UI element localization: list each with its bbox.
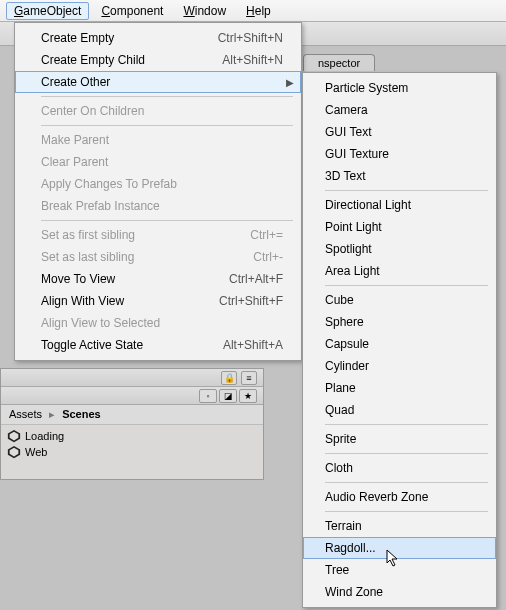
menu-item-break-prefab-instance: Break Prefab Instance bbox=[15, 195, 301, 217]
menu-item-wind-zone[interactable]: Wind Zone bbox=[303, 581, 496, 603]
menu-item-gui-text[interactable]: GUI Text bbox=[303, 121, 496, 143]
menu-item-label: Set as first sibling bbox=[41, 228, 135, 242]
menu-item-capsule[interactable]: Capsule bbox=[303, 333, 496, 355]
project-panel-toolbar: ◦ ◪ ★ bbox=[1, 387, 263, 405]
gameobject-menu: Create EmptyCtrl+Shift+NCreate Empty Chi… bbox=[14, 22, 302, 361]
project-panel: 🔒 ≡ ◦ ◪ ★ Assets ▸ Scenes Loading Web bbox=[0, 368, 264, 480]
menu-item-align-with-view[interactable]: Align With ViewCtrl+Shift+F bbox=[15, 290, 301, 312]
menu-item-label: Move To View bbox=[41, 272, 115, 286]
menu-item-ragdoll[interactable]: Ragdoll... bbox=[303, 537, 496, 559]
menu-item-label: Create Other bbox=[41, 75, 110, 89]
chevron-right-icon: ▸ bbox=[49, 408, 55, 420]
menubar-gameobject[interactable]: GameObject bbox=[6, 2, 89, 20]
menu-item-label: Align With View bbox=[41, 294, 124, 308]
menu-item-sprite[interactable]: Sprite bbox=[303, 428, 496, 450]
menu-separator bbox=[325, 190, 488, 191]
menu-item-label: Sphere bbox=[325, 315, 364, 329]
menu-item-label: Tree bbox=[325, 563, 349, 577]
menubar: GameObject Component Window Help bbox=[0, 0, 506, 22]
filter-labels-icon[interactable]: ◪ bbox=[219, 389, 237, 403]
menu-separator bbox=[325, 511, 488, 512]
menu-item-label: Create Empty bbox=[41, 31, 114, 45]
menu-item-label: Spotlight bbox=[325, 242, 372, 256]
chevron-right-icon: ▶ bbox=[286, 77, 294, 88]
menu-item-particle-system[interactable]: Particle System bbox=[303, 77, 496, 99]
menu-item-tree[interactable]: Tree bbox=[303, 559, 496, 581]
menu-item-label: Area Light bbox=[325, 264, 380, 278]
menu-item-sphere[interactable]: Sphere bbox=[303, 311, 496, 333]
menubar-component[interactable]: Component bbox=[93, 2, 171, 20]
breadcrumb-scenes[interactable]: Scenes bbox=[62, 408, 101, 420]
menu-item-label: Make Parent bbox=[41, 133, 109, 147]
menu-item-label: Cloth bbox=[325, 461, 353, 475]
project-panel-tabbar: 🔒 ≡ bbox=[1, 369, 263, 387]
menu-item-label: Wind Zone bbox=[325, 585, 383, 599]
menu-item-label: Apply Changes To Prefab bbox=[41, 177, 177, 191]
menu-item-directional-light[interactable]: Directional Light bbox=[303, 194, 496, 216]
menu-item-set-as-last-sibling: Set as last siblingCtrl+- bbox=[15, 246, 301, 268]
panel-lock-icon[interactable]: 🔒 bbox=[221, 371, 237, 385]
menu-item-area-light[interactable]: Area Light bbox=[303, 260, 496, 282]
panel-menu-icon[interactable]: ≡ bbox=[241, 371, 257, 385]
filter-all-icon[interactable]: ◦ bbox=[199, 389, 217, 403]
breadcrumb-assets[interactable]: Assets bbox=[9, 408, 42, 420]
menu-item-label: Center On Children bbox=[41, 104, 144, 118]
menu-item-plane[interactable]: Plane bbox=[303, 377, 496, 399]
menu-item-cylinder[interactable]: Cylinder bbox=[303, 355, 496, 377]
menu-separator bbox=[325, 453, 488, 454]
create-other-submenu: Particle SystemCameraGUI TextGUI Texture… bbox=[302, 72, 497, 608]
menu-item-label: Cube bbox=[325, 293, 354, 307]
menu-item-label: Set as last sibling bbox=[41, 250, 134, 264]
menu-item-cube[interactable]: Cube bbox=[303, 289, 496, 311]
menu-item-camera[interactable]: Camera bbox=[303, 99, 496, 121]
menu-item-label: Capsule bbox=[325, 337, 369, 351]
unity-scene-icon bbox=[7, 445, 21, 459]
menu-item-label: Plane bbox=[325, 381, 356, 395]
menu-item-label: Quad bbox=[325, 403, 354, 417]
menu-item-center-on-children: Center On Children bbox=[15, 100, 301, 122]
menubar-window[interactable]: Window bbox=[175, 2, 234, 20]
menu-item-shortcut: Ctrl+Alt+F bbox=[229, 272, 283, 286]
menu-item-align-view-to-selected: Align View to Selected bbox=[15, 312, 301, 334]
menu-item-3d-text[interactable]: 3D Text bbox=[303, 165, 496, 187]
asset-item-loading[interactable]: Loading bbox=[3, 428, 261, 444]
menu-separator bbox=[325, 424, 488, 425]
menu-item-spotlight[interactable]: Spotlight bbox=[303, 238, 496, 260]
menu-item-label: Break Prefab Instance bbox=[41, 199, 160, 213]
breadcrumb: Assets ▸ Scenes bbox=[1, 405, 263, 425]
menu-item-label: GUI Text bbox=[325, 125, 371, 139]
menu-item-label: Particle System bbox=[325, 81, 408, 95]
menu-item-toggle-active-state[interactable]: Toggle Active StateAlt+Shift+A bbox=[15, 334, 301, 356]
menu-item-terrain[interactable]: Terrain bbox=[303, 515, 496, 537]
menu-item-label: Directional Light bbox=[325, 198, 411, 212]
menu-item-create-empty-child[interactable]: Create Empty ChildAlt+Shift+N bbox=[15, 49, 301, 71]
menu-item-create-empty[interactable]: Create EmptyCtrl+Shift+N bbox=[15, 27, 301, 49]
menu-separator bbox=[325, 285, 488, 286]
menu-item-label: Sprite bbox=[325, 432, 356, 446]
menubar-help[interactable]: Help bbox=[238, 2, 279, 20]
menu-item-label: Point Light bbox=[325, 220, 382, 234]
menu-item-shortcut: Alt+Shift+N bbox=[222, 53, 283, 67]
menu-item-label: Toggle Active State bbox=[41, 338, 143, 352]
menu-item-cloth[interactable]: Cloth bbox=[303, 457, 496, 479]
asset-list: Loading Web bbox=[1, 425, 263, 479]
menu-item-quad[interactable]: Quad bbox=[303, 399, 496, 421]
menu-item-gui-texture[interactable]: GUI Texture bbox=[303, 143, 496, 165]
menu-item-move-to-view[interactable]: Move To ViewCtrl+Alt+F bbox=[15, 268, 301, 290]
menu-item-shortcut: Alt+Shift+A bbox=[223, 338, 283, 352]
menu-item-shortcut: Ctrl+Shift+N bbox=[218, 31, 283, 45]
filter-favorites-icon[interactable]: ★ bbox=[239, 389, 257, 403]
menu-item-label: Cylinder bbox=[325, 359, 369, 373]
menu-separator bbox=[41, 125, 293, 126]
menu-item-label: Terrain bbox=[325, 519, 362, 533]
menu-item-make-parent: Make Parent bbox=[15, 129, 301, 151]
menu-item-set-as-first-sibling: Set as first siblingCtrl+= bbox=[15, 224, 301, 246]
menu-item-label: 3D Text bbox=[325, 169, 365, 183]
menu-separator bbox=[41, 220, 293, 221]
menu-item-create-other[interactable]: Create Other▶ bbox=[15, 71, 301, 93]
asset-item-web[interactable]: Web bbox=[3, 444, 261, 460]
menu-item-point-light[interactable]: Point Light bbox=[303, 216, 496, 238]
inspector-tab[interactable]: nspector bbox=[303, 54, 375, 71]
asset-item-label: Web bbox=[25, 446, 47, 458]
menu-item-audio-reverb-zone[interactable]: Audio Reverb Zone bbox=[303, 486, 496, 508]
